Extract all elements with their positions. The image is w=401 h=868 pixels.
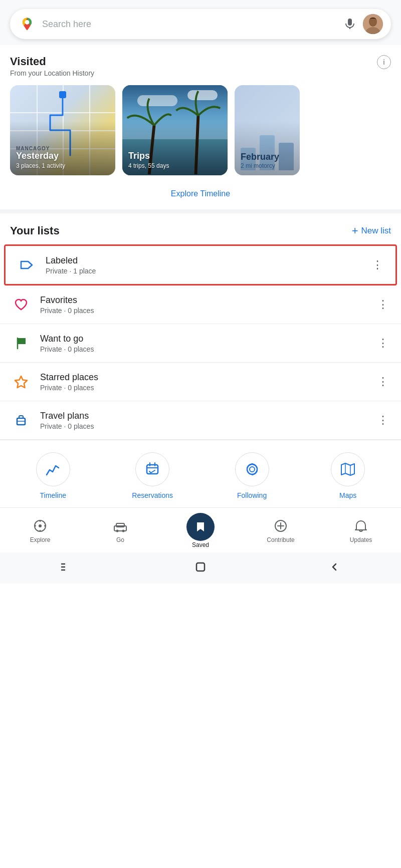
list-item-starred[interactable]: Starred places Private · 0 places ⋮ [0,363,401,401]
card-february-desc: 2 mi motorcy [241,162,294,169]
visited-subtitle: From your Location History [10,69,94,77]
list-meta-favorites: Private · 0 places [40,307,375,315]
visited-text-group: Visited From your Location History [10,55,94,77]
system-menu-button[interactable] [59,559,74,574]
avatar[interactable] [363,14,383,34]
heart-icon [10,294,32,316]
card-trips[interactable]: Trips 4 trips, 55 days [122,85,228,175]
quick-label-reservations: Reservations [132,491,173,499]
quick-label-following: Following [237,491,267,499]
mic-icon[interactable] [343,17,357,31]
card-yesterday-label: Yesterday 3 places, 1 activity [10,146,115,175]
list-info-labeled: Labeled Private · 1 place [46,255,369,275]
screen: Search here Visited [0,0,401,868]
more-icon-want-to-go[interactable]: ⋮ [375,335,391,351]
list-name-starred: Starred places [40,372,375,383]
nav-label-saved: Saved [192,541,209,548]
list-name-labeled: Labeled [46,255,369,266]
list-meta-travel-plans: Private · 0 places [40,422,375,430]
card-february[interactable]: February 2 mi motorcy [235,85,300,175]
quick-item-timeline[interactable]: Timeline [36,452,70,499]
quick-label-timeline: Timeline [40,491,66,499]
svg-marker-9 [15,376,27,388]
lists-header: Your lists + New list [0,213,401,244]
go-icon [112,518,128,534]
plus-icon: + [352,225,358,236]
more-icon-labeled[interactable]: ⋮ [369,257,385,273]
system-nav [0,552,401,584]
card-yesterday-title: Yesterday [16,151,109,161]
card-yesterday-desc: 3 places, 1 activity [16,162,109,169]
nav-saved[interactable]: Saved [160,513,241,548]
quick-item-maps[interactable]: Maps [331,452,365,499]
timeline-circle [36,452,70,486]
updates-icon [353,518,369,534]
svg-rect-37 [196,563,205,571]
following-circle [235,452,269,486]
svg-point-29 [116,530,119,532]
bottom-nav: Explore Go Saved [0,507,401,552]
list-meta-want-to-go: Private · 0 places [40,345,375,353]
explore-timeline-link[interactable]: Explore Timeline [171,189,230,198]
list-name-want-to-go: Want to go [40,334,375,344]
nav-contribute[interactable]: Contribute [241,518,321,543]
card-trips-title: Trips [128,151,222,161]
quick-label-maps: Maps [339,491,356,499]
search-placeholder: Search here [42,19,337,30]
lists-section: Your lists + New list Labeled Private · … [0,213,401,440]
svg-point-1 [25,20,30,25]
card-trips-desc: 4 trips, 55 days [128,162,222,169]
svg-point-30 [122,530,125,532]
suitcase-icon [10,409,32,431]
card-trips-label: Trips 4 trips, 55 days [122,146,228,175]
quick-item-reservations[interactable]: Reservations [132,452,173,499]
explore-icon [32,518,48,534]
list-name-travel-plans: Travel plans [40,411,375,421]
more-icon-favorites[interactable]: ⋮ [375,297,391,313]
saved-pill [186,513,215,541]
nav-go[interactable]: Go [80,518,160,543]
nav-updates[interactable]: Updates [321,518,401,543]
nav-label-explore: Explore [30,536,51,543]
more-icon-starred[interactable]: ⋮ [375,374,391,390]
card-february-label: February 2 mi motorcy [235,147,300,175]
nav-explore[interactable]: Explore [0,518,80,543]
nav-label-contribute: Contribute [267,536,294,543]
list-item-favorites[interactable]: Favorites Private · 0 places ⋮ [0,285,401,324]
list-info-favorites: Favorites Private · 0 places [40,295,375,315]
visited-header: Visited From your Location History i [10,55,391,77]
flag-green-icon [10,332,32,354]
card-yesterday[interactable]: MANCAGOY Yesterday 3 places, 1 activity [10,85,115,175]
svg-point-22 [39,524,42,527]
star-icon [10,371,32,393]
cards-scroll: MANCAGOY Yesterday 3 places, 1 activity [10,85,391,175]
nav-label-updates: Updates [350,536,372,543]
list-info-want-to-go: Want to go Private · 0 places [40,334,375,353]
new-list-button[interactable]: + New list [352,225,391,236]
info-icon[interactable]: i [377,55,391,69]
new-list-label: New list [361,226,391,236]
explore-timeline[interactable]: Explore Timeline [0,180,401,209]
nav-label-go: Go [116,536,124,543]
system-home-button[interactable] [193,559,208,574]
quick-access: Timeline Reservations [0,440,401,507]
list-name-favorites: Favorites [40,295,375,306]
list-item-labeled[interactable]: Labeled Private · 1 place ⋮ [4,244,397,285]
visited-section: Visited From your Location History i [0,45,401,180]
search-bar[interactable]: Search here [10,9,391,39]
maps-circle [331,452,365,486]
more-icon-travel-plans[interactable]: ⋮ [375,412,391,428]
card-february-title: February [241,152,294,162]
list-meta-starred: Private · 0 places [40,384,375,392]
system-back-button[interactable] [327,559,342,574]
svg-marker-18 [341,463,354,475]
list-item-want-to-go[interactable]: Want to go Private · 0 places ⋮ [0,324,401,363]
label-icon [16,254,38,276]
svg-point-17 [250,467,255,472]
list-item-travel-plans[interactable]: Travel plans Private · 0 places ⋮ [0,401,401,440]
reservations-circle [135,452,169,486]
list-info-travel-plans: Travel plans Private · 0 places [40,411,375,430]
list-info-starred: Starred places Private · 0 places [40,372,375,392]
lists-title: Your lists [10,224,60,237]
quick-item-following[interactable]: Following [235,452,269,499]
